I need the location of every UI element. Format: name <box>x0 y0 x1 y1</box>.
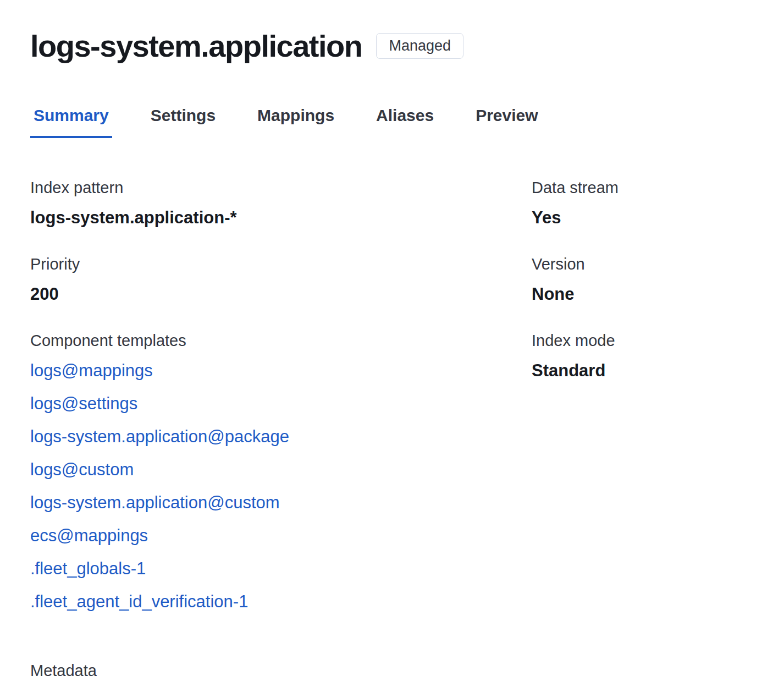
component-template-link[interactable]: logs-system.application@package <box>30 426 532 447</box>
tab-preview[interactable]: Preview <box>472 106 541 138</box>
component-templates-group: Component templates logs@mappings logs@s… <box>30 331 532 612</box>
metadata-section: Metadata <box>30 661 754 681</box>
component-templates-list: logs@mappings logs@settings logs-system.… <box>30 360 532 612</box>
summary-left-column: Index pattern logs-system.application-* … <box>30 178 532 638</box>
managed-badge: Managed <box>376 33 463 59</box>
component-template-link[interactable]: logs@settings <box>30 393 532 414</box>
metadata-label: Metadata <box>30 661 754 680</box>
index-pattern-group: Index pattern logs-system.application-* <box>30 178 532 229</box>
index-pattern-label: Index pattern <box>30 178 532 197</box>
component-template-link[interactable]: .fleet_globals-1 <box>30 558 532 579</box>
tab-settings[interactable]: Settings <box>147 106 219 138</box>
data-stream-label: Data stream <box>532 178 754 197</box>
index-pattern-value: logs-system.application-* <box>30 207 532 229</box>
summary-right-column: Data stream Yes Version None Index mode … <box>532 178 754 407</box>
tab-summary[interactable]: Summary <box>30 106 112 138</box>
component-template-link[interactable]: .fleet_agent_id_verification-1 <box>30 591 532 612</box>
version-value: None <box>532 284 754 305</box>
index-mode-group: Index mode Standard <box>532 331 754 382</box>
index-mode-value: Standard <box>532 360 754 382</box>
header: logs-system.application Managed <box>30 28 754 64</box>
tab-bar: Summary Settings Mappings Aliases Previe… <box>30 106 754 138</box>
data-stream-value: Yes <box>532 207 754 229</box>
priority-label: Priority <box>30 254 532 274</box>
component-template-link[interactable]: logs-system.application@custom <box>30 492 532 513</box>
priority-group: Priority 200 <box>30 254 532 305</box>
component-templates-label: Component templates <box>30 331 532 350</box>
tab-mappings[interactable]: Mappings <box>254 106 338 138</box>
version-label: Version <box>532 254 754 274</box>
priority-value: 200 <box>30 284 532 305</box>
summary-content: Index pattern logs-system.application-* … <box>30 178 754 638</box>
page-title: logs-system.application <box>30 28 362 64</box>
template-details-panel: logs-system.application Managed Summary … <box>0 0 784 681</box>
component-template-link[interactable]: logs@mappings <box>30 360 532 381</box>
data-stream-group: Data stream Yes <box>532 178 754 229</box>
index-mode-label: Index mode <box>532 331 754 350</box>
component-template-link[interactable]: ecs@mappings <box>30 525 532 546</box>
tab-aliases[interactable]: Aliases <box>373 106 437 138</box>
version-group: Version None <box>532 254 754 305</box>
component-template-link[interactable]: logs@custom <box>30 459 532 480</box>
